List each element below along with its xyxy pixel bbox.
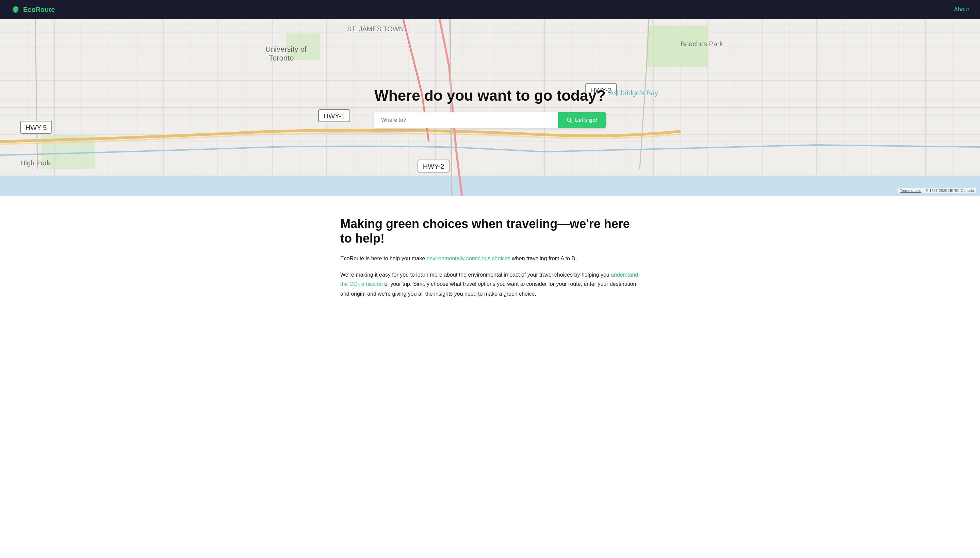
ecoroute-logo-icon [11,5,20,14]
eco-choices-link[interactable]: environmentally conscious choices [426,256,510,261]
hero-title: Where do you want to go today? [374,87,606,104]
content-para-1: EcoRoute is here to help you make enviro… [340,254,640,263]
search-button[interactable]: Let's go! [558,112,606,128]
terms-of-use-link[interactable]: Terms of use [900,189,921,192]
search-input[interactable] [374,112,558,128]
content-section: Making green choices when traveling—we'r… [327,196,653,333]
brand-link[interactable]: EcoRoute [11,5,55,14]
content-para-2: We're making it easy for you to learn mo… [340,270,640,299]
map-attribution: Terms of use © 1987-2020 HERE, Canada [898,188,976,193]
navbar: EcoRoute About [0,0,980,19]
hero-overlay: Where do you want to go today? Let's go! [0,19,980,196]
about-link[interactable]: About [954,6,969,13]
content-heading: Making green choices when traveling—we'r… [340,217,640,246]
brand-name: EcoRoute [23,6,55,14]
hero-section: HWY-5 HWY-2 HWY-2 HWY-2 HWY-5 HWY-1 HWY-… [0,19,980,196]
search-bar: Let's go! [374,112,606,128]
search-icon [566,117,572,123]
map-copyright: © 1987-2020 HERE, Canada [926,189,974,192]
svg-line-122 [570,121,572,123]
